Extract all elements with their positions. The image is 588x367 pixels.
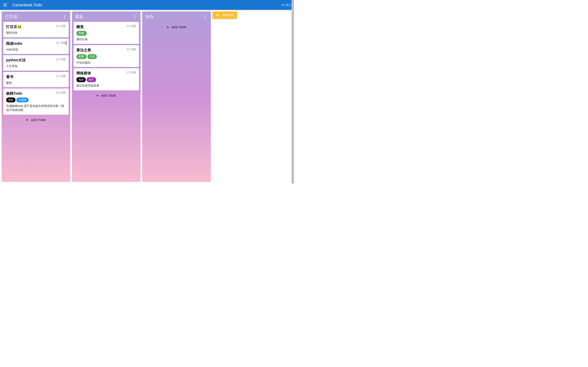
column-title: 待办 (145, 14, 203, 19)
card-time: 12 天前 (126, 71, 136, 74)
card-time: 12 天前 (56, 24, 66, 28)
tag: 重要! (76, 54, 87, 59)
column: 已完成打豆豆🐸12 天前测试任务阅读redis12 天前redis实战pytho… (2, 11, 70, 182)
menu-icon[interactable] (3, 2, 8, 7)
tag: 21清单 (16, 98, 29, 102)
app-title: Carambola Todo (12, 3, 281, 7)
tag: 电影 (76, 77, 86, 82)
plus-icon: + (96, 94, 99, 98)
task-card[interactable]: 睡觉12 天前重要!测试任务 (74, 22, 139, 44)
tags-row: 电影21清单 (6, 98, 66, 102)
card-title: python大法 (6, 58, 26, 63)
card-title: 杨桃Todo (6, 91, 22, 96)
card-description: redis实战 (6, 48, 66, 52)
tags-row: 重要!生活 (76, 54, 136, 59)
task-card[interactable]: 杨桃Todo10 天前电影21清单完成杨桃todo,是不是有超长的情况发生呢！我… (3, 89, 69, 114)
more-vert-icon[interactable] (133, 14, 137, 19)
tag: 电影 (6, 98, 16, 102)
plus-icon: + (167, 25, 169, 29)
card-header: 睡觉12 天前 (76, 24, 136, 29)
add-task-button[interactable]: +ADD TASK (72, 90, 141, 101)
tag: 生活 (87, 54, 97, 59)
task-card[interactable]: 看书11 天前睡觉 (3, 72, 69, 87)
scrollbar-thumb[interactable] (291, 0, 294, 184)
tags-row: 重要! (76, 31, 136, 36)
card-description: 测试任务 (76, 37, 136, 42)
add-task-label: ADD TASK (172, 25, 187, 29)
task-card[interactable]: 打豆豆🐸12 天前测试任务 (3, 22, 69, 37)
add-task-label: ADD TASK (101, 94, 116, 97)
tag: 娱乐 (87, 77, 96, 82)
card-time: 12 天前 (126, 48, 136, 51)
card-header: python大法11 天前 (6, 58, 66, 63)
board: 已完成打豆豆🐸12 天前测试任务阅读redis12 天前redis实战pytho… (0, 10, 294, 184)
card-title: 网络群体 (76, 71, 91, 75)
card-description: 测试任务 (6, 31, 66, 35)
more-vert-icon[interactable] (64, 41, 68, 46)
scrollbar-vertical[interactable] (291, 0, 294, 184)
app-bar: Carambola Todo v1.15.3 (0, 0, 294, 10)
column-title: 已完成 (5, 14, 62, 19)
card-title: 睡觉 (76, 24, 84, 29)
column-header: 待办 (142, 11, 211, 22)
tags-row: 电影娱乐 (76, 77, 136, 82)
card-header: 网络群体12 天前 (76, 71, 136, 75)
add-task-label: ADD TASK (31, 118, 46, 122)
card-time: 11 天前 (56, 74, 66, 78)
add-column-label: 添加列表 (222, 13, 234, 17)
task-card[interactable]: 算法之美12 天前重要!生活中信出版社 (74, 45, 139, 67)
plus-icon: + (26, 118, 29, 122)
card-description: 揭示高度互联世界 (76, 84, 136, 88)
card-title: 算法之美 (76, 48, 91, 52)
card-time: 11 天前 (56, 58, 66, 61)
card-title: 打豆豆🐸 (6, 24, 22, 29)
more-vert-icon[interactable] (203, 14, 207, 19)
tag: 重要! (76, 31, 87, 36)
task-card[interactable]: 阅读redis12 天前redis实战 (3, 39, 69, 54)
add-task-button[interactable]: +ADD TASK (142, 22, 211, 33)
task-card[interactable]: 网络群体12 天前电影娱乐揭示高度互联世界 (74, 68, 139, 90)
card-header: 看书11 天前 (6, 74, 66, 79)
card-description: 人生苦短 (6, 64, 66, 68)
card-description: 睡觉 (6, 81, 66, 85)
card-header: 杨桃Todo10 天前 (6, 91, 66, 96)
cards-container: 打豆豆🐸12 天前测试任务阅读redis12 天前redis实战python大法… (2, 22, 70, 115)
card-time: 10 天前 (56, 91, 66, 95)
version-label: v1.15.3 (281, 3, 291, 7)
column-title: 紧急 (75, 14, 133, 19)
card-header: 打豆豆🐸12 天前 (6, 24, 66, 29)
task-card[interactable]: python大法11 天前人生苦短 (3, 55, 69, 71)
card-description: 中信出版社 (76, 61, 136, 65)
playlist-add-icon (216, 13, 220, 17)
card-header: 算法之美12 天前 (76, 48, 136, 52)
card-time: 12 天前 (126, 24, 136, 28)
column: 紧急睡觉12 天前重要!测试任务算法之美12 天前重要!生活中信出版社网络群体1… (72, 11, 141, 182)
more-vert-icon[interactable] (62, 14, 67, 19)
cards-container: 睡觉12 天前重要!测试任务算法之美12 天前重要!生活中信出版社网络群体12 … (72, 22, 141, 90)
add-column-button[interactable]: 添加列表 (213, 11, 237, 19)
column-header: 紧急 (72, 11, 141, 22)
column-header: 已完成 (2, 11, 70, 22)
card-header: 阅读redis12 天前 (6, 41, 66, 46)
column: 待办+ADD TASK (142, 11, 211, 182)
card-title: 阅读redis (6, 41, 22, 46)
add-task-button[interactable]: +ADD TASK (2, 115, 70, 125)
card-description: 完成杨桃todo,是不是有超长的情况发生呢！我也不知道你呢 (6, 104, 66, 112)
card-title: 看书 (6, 74, 14, 79)
